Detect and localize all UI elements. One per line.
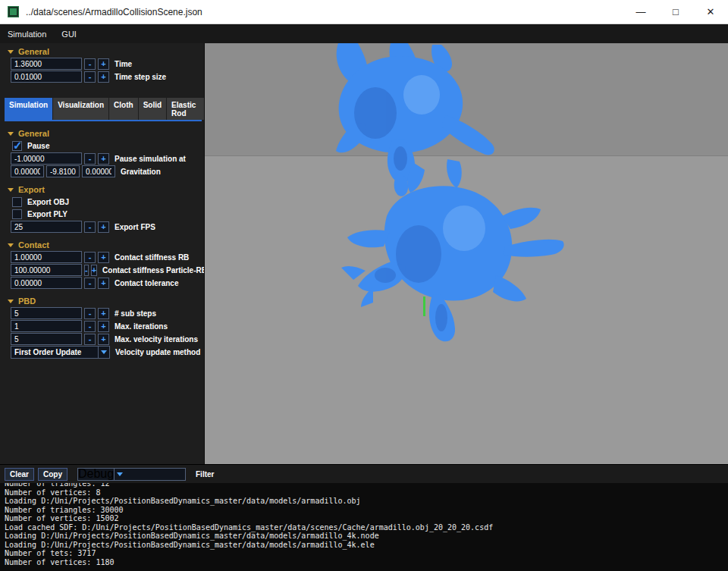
armadillo-model-bottom: [341, 159, 564, 341]
app-icon: [8, 6, 19, 17]
log-line: Number of vertices: 8: [5, 488, 723, 497]
tab-simulation[interactable]: Simulation: [5, 98, 52, 120]
max-iterations-decrement-button[interactable]: -: [84, 321, 96, 332]
minimize-button[interactable]: —: [623, 0, 658, 24]
max-velocity-iterations-increment-button[interactable]: +: [98, 334, 109, 345]
log-line: Number of vertices: 1180: [5, 558, 723, 567]
section-header-pbd[interactable]: PBD: [0, 293, 204, 306]
gravitation-y-input[interactable]: [46, 165, 80, 177]
log-copy-button[interactable]: Copy: [38, 468, 67, 481]
export-fps-decrement-button[interactable]: -: [84, 221, 96, 233]
contact-stiffness-rb-row: - + Contact stiffness RB: [11, 251, 204, 263]
menu-simulation[interactable]: Simulation: [0, 24, 54, 43]
max-iterations-label: Max. iterations: [115, 322, 168, 331]
chevron-down-icon: [117, 472, 123, 476]
max-iterations-input[interactable]: [11, 320, 82, 332]
panel-tabs: Simulation Visualization Cloth Solid Ela…: [5, 98, 204, 120]
time-input[interactable]: [11, 58, 82, 70]
gravitation-row: Gravitation: [11, 165, 204, 177]
contact-stiffness-particle-rb-input[interactable]: [11, 264, 82, 276]
log-toolbar: Clear Copy Debug Filter: [0, 464, 728, 483]
sub-steps-input[interactable]: [11, 307, 82, 319]
export-ply-label: Export PLY: [27, 210, 67, 218]
export-ply-checkbox[interactable]: [12, 209, 22, 219]
sub-steps-increment-button[interactable]: +: [98, 308, 109, 319]
time-step-increment-button[interactable]: +: [98, 71, 109, 83]
velocity-update-label: Velocity update method: [115, 348, 200, 356]
window-title: ../data/scenes/ArmadilloCollisionScene.j…: [26, 7, 202, 17]
log-level-arrow-button[interactable]: [114, 469, 125, 480]
menubar: Simulation GUI: [0, 24, 728, 43]
time-step-label: Time step size: [115, 73, 166, 81]
section-header-export[interactable]: Export: [0, 181, 204, 195]
velocity-update-dropdown[interactable]: First Order Update: [11, 346, 110, 359]
time-increment-button[interactable]: +: [98, 58, 109, 70]
max-velocity-iterations-label: Max. velocity iterations: [115, 335, 198, 344]
section-header-general-top[interactable]: General: [0, 43, 204, 57]
tab-underline: [5, 120, 202, 121]
export-obj-label: Export OBJ: [27, 198, 69, 206]
menu-gui[interactable]: GUI: [54, 24, 84, 43]
contact-tolerance-increment-button[interactable]: +: [98, 278, 109, 289]
collapse-icon: [8, 300, 14, 303]
pause-at-decrement-button[interactable]: -: [84, 153, 96, 165]
pause-at-label: Pause simulation at: [115, 155, 186, 163]
dropdown-arrow-button[interactable]: [98, 347, 109, 358]
gravitation-z-input[interactable]: [82, 165, 115, 177]
velocity-update-row: First Order Update Velocity update metho…: [11, 346, 204, 358]
log-clear-button[interactable]: Clear: [5, 468, 34, 481]
tab-cloth[interactable]: Cloth: [109, 98, 138, 120]
export-fps-label: Export FPS: [115, 223, 155, 231]
close-button[interactable]: ✕: [693, 0, 728, 24]
log-line: Number of triangles: 30000: [5, 506, 723, 515]
pause-at-row: - + Pause simulation at: [11, 152, 204, 165]
contact-tolerance-decrement-button[interactable]: -: [84, 278, 96, 289]
log-level-dropdown[interactable]: Debug: [77, 468, 186, 481]
time-decrement-button[interactable]: -: [84, 58, 96, 70]
log-line: Load cached SDF: D:/Uni/Projects/Positio…: [5, 523, 723, 532]
maximize-button[interactable]: □: [658, 0, 693, 24]
max-velocity-iterations-input[interactable]: [11, 333, 82, 345]
pause-at-increment-button[interactable]: +: [98, 153, 109, 165]
max-velocity-iterations-decrement-button[interactable]: -: [84, 334, 96, 345]
sub-steps-label: # sub steps: [115, 309, 156, 318]
contact-stiffness-rb-label: Contact stiffness RB: [115, 253, 189, 262]
tab-visualization[interactable]: Visualization: [53, 98, 108, 120]
window-controls: — □ ✕: [623, 0, 728, 24]
time-step-input[interactable]: [11, 71, 82, 83]
collapse-icon: [8, 243, 14, 247]
contact-stiffness-particle-rb-label: Contact stiffness Particle-RB: [102, 266, 205, 275]
section-header-general[interactable]: General: [0, 125, 204, 139]
contact-stiffness-rb-input[interactable]: [11, 251, 82, 263]
export-fps-input[interactable]: [11, 221, 82, 233]
section-header-contact[interactable]: Contact: [0, 237, 204, 250]
pause-at-input[interactable]: [11, 152, 82, 165]
contact-stiffness-rb-decrement-button[interactable]: -: [84, 252, 96, 263]
tab-elastic-rod[interactable]: Elastic Rod: [167, 98, 204, 120]
contact-normal-line: [423, 296, 425, 316]
viewport-3d[interactable]: [205, 43, 728, 464]
max-iterations-row: - + Max. iterations: [11, 320, 204, 332]
time-step-decrement-button[interactable]: -: [84, 71, 96, 83]
max-velocity-iterations-row: - + Max. velocity iterations: [11, 333, 204, 345]
parameter-panel: General - + Time - + Time step size Simu…: [0, 43, 205, 464]
tab-solid[interactable]: Solid: [139, 98, 166, 120]
max-iterations-increment-button[interactable]: +: [98, 321, 109, 332]
contact-tolerance-input[interactable]: [11, 277, 82, 289]
pause-label: Pause: [27, 142, 49, 150]
contact-stiffness-particle-rb-decrement-button[interactable]: -: [84, 265, 89, 276]
scene-render: [205, 43, 728, 464]
log-output[interactable]: Number of triangles: 12 Number of vertic…: [0, 483, 728, 571]
log-line: Loading D:/Uni/Projects/PositionBasedDyn…: [5, 532, 723, 541]
collapse-icon: [8, 50, 14, 54]
contact-stiffness-rb-increment-button[interactable]: +: [98, 252, 109, 263]
velocity-update-value: First Order Update: [11, 348, 98, 356]
pause-checkbox[interactable]: [12, 141, 22, 151]
gravitation-x-input[interactable]: [11, 165, 44, 177]
time-label: Time: [115, 60, 132, 68]
sub-steps-decrement-button[interactable]: -: [84, 308, 96, 319]
export-obj-checkbox[interactable]: [12, 197, 22, 207]
contact-stiffness-particle-rb-increment-button[interactable]: +: [91, 265, 97, 276]
pause-row: Pause: [12, 140, 204, 151]
export-fps-increment-button[interactable]: +: [98, 221, 109, 233]
